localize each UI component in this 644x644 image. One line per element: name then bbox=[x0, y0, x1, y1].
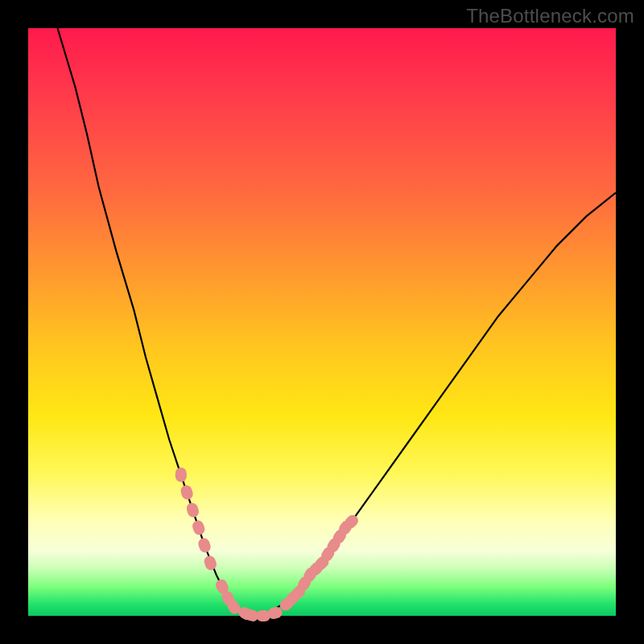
bottleneck-curve bbox=[58, 28, 617, 616]
marker-group bbox=[175, 468, 361, 623]
marker-dot bbox=[191, 519, 206, 536]
bottleneck-curve-svg bbox=[28, 28, 616, 616]
curve-group bbox=[58, 28, 617, 616]
marker-dot bbox=[180, 484, 195, 501]
chart-frame: TheBottleneck.com bbox=[0, 0, 644, 644]
marker-dot bbox=[197, 537, 213, 554]
marker-dot bbox=[203, 555, 218, 572]
plot-area bbox=[28, 28, 616, 616]
marker-dot bbox=[185, 502, 200, 518]
watermark-text: TheBottleneck.com bbox=[466, 5, 634, 27]
marker-dot bbox=[175, 468, 187, 482]
